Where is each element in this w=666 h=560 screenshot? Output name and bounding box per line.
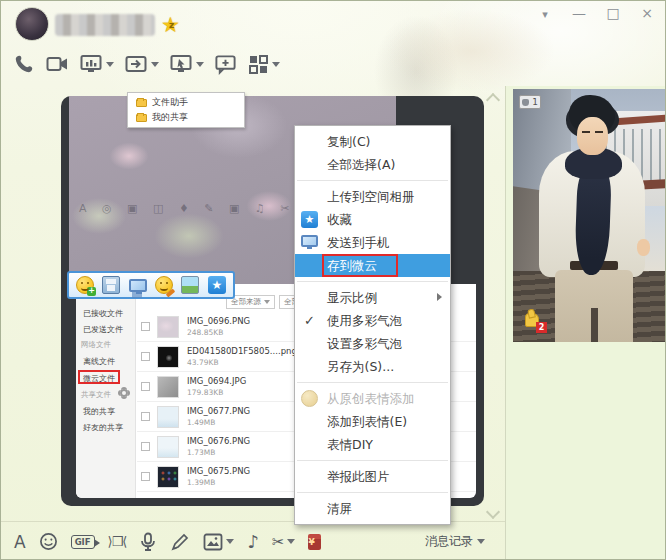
plus-badge: + bbox=[87, 287, 96, 296]
menu-item-send-to-phone[interactable]: 发送到手机 bbox=[295, 231, 450, 254]
qq-show-character-image[interactable]: 1 2 bbox=[513, 89, 666, 342]
menu-item-report-image[interactable]: 举报此图片 bbox=[295, 465, 450, 488]
vip-letter: z bbox=[169, 20, 174, 30]
file-size: 43.79KB bbox=[187, 358, 219, 367]
send-to-phone-icon[interactable] bbox=[129, 279, 147, 292]
checkbox bbox=[141, 382, 150, 391]
emoticon-icon[interactable] bbox=[39, 532, 58, 551]
file-size: 248.85KB bbox=[187, 328, 223, 337]
message-history-button[interactable]: 消息记录 bbox=[425, 533, 485, 550]
file-size: 1.39MB bbox=[187, 478, 215, 487]
red-packet-icon[interactable]: ¥ bbox=[308, 534, 321, 550]
menu-item-save-to-weiyun[interactable]: 存到微云 bbox=[295, 254, 450, 277]
menu-separator bbox=[297, 180, 448, 181]
checkbox bbox=[141, 352, 150, 361]
send-file-dropdown[interactable] bbox=[151, 62, 159, 67]
video-call-icon[interactable] bbox=[45, 53, 69, 75]
add-emoticon-icon[interactable]: + bbox=[76, 276, 94, 294]
submenu-arrow-icon bbox=[437, 293, 442, 301]
screen-share-dropdown[interactable] bbox=[106, 62, 114, 67]
gif-record-icon[interactable]: GIF bbox=[71, 535, 95, 549]
file-name: IMG_0694.JPG bbox=[187, 376, 246, 386]
file-name: IMG_0676.PNG bbox=[187, 436, 250, 446]
qq-show-panel: 1 2 免费穿上 × 这件精美套装很适合你哦，快试试看 更多免费 bbox=[505, 86, 666, 560]
feature-toolbar bbox=[13, 53, 280, 75]
apps-grid-icon[interactable] bbox=[247, 53, 280, 75]
vote-badge: 1 bbox=[519, 95, 541, 109]
send-picture-icon[interactable] bbox=[203, 533, 234, 551]
maximize-button[interactable]: □ bbox=[603, 5, 623, 21]
screenshot-icon[interactable]: ✂ bbox=[272, 533, 296, 551]
menu-item-set-colorful-bubble[interactable]: 设置多彩气泡 bbox=[295, 332, 450, 355]
file-size: 179.83KB bbox=[187, 388, 223, 397]
inner-menu-label: 我的共享 bbox=[152, 111, 188, 124]
scroll-up-icon[interactable] bbox=[486, 93, 500, 107]
menu-item-use-colorful-bubble[interactable]: ✓使用多彩气泡 bbox=[295, 309, 450, 332]
handwriting-icon[interactable] bbox=[170, 532, 190, 552]
file-manager-sidebar: 已接收文件 已发送文件 网络文件 离线文件 微云文件 共享文件 我的共享 好友的… bbox=[76, 284, 136, 498]
image-hover-toolbar: + ★ bbox=[67, 271, 235, 299]
message-history-label: 消息记录 bbox=[425, 533, 473, 550]
like-button[interactable]: 2 bbox=[525, 309, 547, 333]
voice-message-icon[interactable] bbox=[139, 532, 157, 552]
scroll-down-icon[interactable] bbox=[486, 505, 500, 519]
create-chat-icon[interactable] bbox=[214, 53, 237, 75]
sidebar-item-my-share: 我的共享 bbox=[83, 406, 115, 417]
menu-item-emoticon-diy[interactable]: 表情DIY bbox=[295, 433, 450, 456]
remote-desktop-dropdown[interactable] bbox=[196, 62, 204, 67]
font-style-icon[interactable]: A bbox=[14, 532, 26, 552]
inner-folder-menu: 文件助手 我的共享 bbox=[127, 92, 245, 128]
menu-item-save-as[interactable]: 另存为(S)... bbox=[295, 355, 450, 378]
file-name: IMG_0677.PNG bbox=[187, 406, 250, 416]
checkbox bbox=[141, 412, 150, 421]
extract-picture-icon[interactable] bbox=[181, 276, 199, 294]
music-icon[interactable]: ♪ bbox=[247, 531, 259, 552]
menu-separator bbox=[297, 281, 448, 282]
screenshot-dropdown[interactable] bbox=[287, 539, 295, 544]
screen-share-icon[interactable] bbox=[79, 53, 114, 75]
minimize-button[interactable]: — bbox=[569, 5, 589, 21]
menu-item-add-from-original-emoticon: 从原创表情添加 bbox=[295, 387, 450, 410]
menu-item-select-all[interactable]: 全部选择(A) bbox=[295, 153, 450, 176]
file-name: IMG_0696.PNG bbox=[187, 316, 250, 326]
weiyun-annotation-box bbox=[78, 370, 120, 384]
menu-separator bbox=[297, 382, 448, 383]
save-image-icon[interactable] bbox=[102, 276, 120, 294]
vip-star-icon: ★ z bbox=[161, 13, 185, 37]
monitor-icon bbox=[301, 235, 318, 247]
character-brows bbox=[582, 131, 590, 133]
character-pants bbox=[555, 270, 633, 342]
menu-item-add-to-emoticon[interactable]: 添加到表情(E) bbox=[295, 410, 450, 433]
menu-separator bbox=[297, 492, 448, 493]
contact-avatar[interactable] bbox=[15, 7, 49, 41]
menu-item-upload-qzone[interactable]: 上传到空间相册 bbox=[295, 185, 450, 208]
inner-menu-item-file-assistant: 文件助手 bbox=[128, 95, 244, 110]
file-thumbnail bbox=[157, 406, 179, 428]
checkbox bbox=[141, 322, 150, 331]
sidebar-item-offline: 离线文件 bbox=[83, 356, 115, 367]
like-count-badge: 2 bbox=[536, 322, 547, 333]
close-button[interactable]: × bbox=[637, 5, 657, 21]
file-thumbnail bbox=[157, 436, 179, 458]
favorite-star-icon[interactable]: ★ bbox=[208, 276, 226, 294]
file-thumbnail bbox=[157, 346, 179, 368]
menu-item-zoom-ratio[interactable]: 显示比例 bbox=[295, 286, 450, 309]
menu-item-favorite[interactable]: ★收藏 bbox=[295, 208, 450, 231]
sidebar-item-sent: 已发送文件 bbox=[83, 324, 123, 335]
voice-call-icon[interactable] bbox=[13, 53, 35, 75]
inner-menu-label: 文件助手 bbox=[152, 96, 188, 109]
inner-toolbar-icons: A ◎ ▣ ◫ ♦ ✎ ▣ ♫ ✂ ▥ bbox=[79, 202, 321, 215]
menu-item-copy[interactable]: 复制(C) bbox=[295, 130, 450, 153]
folder-icon bbox=[136, 99, 147, 107]
file-size: 1.49MB bbox=[187, 418, 215, 427]
picture-dropdown[interactable] bbox=[226, 539, 234, 544]
apps-grid-dropdown[interactable] bbox=[272, 62, 280, 67]
emoticon-diy-icon[interactable] bbox=[155, 276, 173, 294]
menu-item-clear-screen[interactable]: 清屏 bbox=[295, 497, 450, 520]
send-file-icon[interactable] bbox=[124, 53, 159, 75]
contact-name-censored bbox=[55, 14, 155, 36]
remote-desktop-icon[interactable] bbox=[169, 53, 204, 75]
window-shake-icon[interactable]: ⟩❒⟨ bbox=[108, 534, 127, 549]
window-menu-button[interactable]: ▾ bbox=[535, 5, 555, 21]
menu-separator bbox=[297, 460, 448, 461]
